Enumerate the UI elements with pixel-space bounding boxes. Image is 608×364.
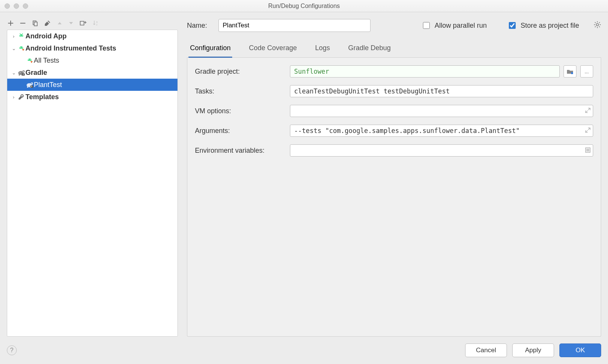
svg-line-28 <box>599 26 600 27</box>
vm-options-label: VM options: <box>195 107 290 115</box>
tasks-label: Tasks: <box>195 87 290 95</box>
tasks-value: cleanTestDebugUnitTest testDebugUnitTest <box>294 87 450 95</box>
configuration-form: Gradle project: Sunflower ... Tasks: cle… <box>187 58 601 337</box>
tree-item[interactable]: ›Templates <box>7 91 177 103</box>
android-icon <box>17 33 25 40</box>
store-as-project-checkbox[interactable]: Store as project file <box>507 21 579 30</box>
expand-icon[interactable] <box>585 128 591 134</box>
svg-point-15 <box>20 72 21 73</box>
svg-line-27 <box>595 22 596 23</box>
svg-point-8 <box>20 47 21 48</box>
android-test-icon <box>17 45 25 52</box>
tree-item[interactable]: All Tests <box>7 54 177 66</box>
list-icon[interactable] <box>585 147 591 154</box>
gear-icon[interactable] <box>594 21 601 30</box>
svg-point-4 <box>20 35 21 36</box>
svg-text:z: z <box>96 23 98 26</box>
tasks-input[interactable]: cleanTestDebugUnitTest testDebugUnitTest <box>290 85 593 97</box>
help-button[interactable]: ? <box>7 345 17 355</box>
chevron-down-icon[interactable]: ⌄ <box>10 70 17 76</box>
sort-alpha-button[interactable]: az <box>93 20 100 26</box>
tab-code-coverage[interactable]: Code Coverage <box>247 40 298 57</box>
svg-point-5 <box>22 35 23 36</box>
save-config-button[interactable] <box>80 20 87 26</box>
svg-point-9 <box>22 47 23 48</box>
arguments-label: Arguments: <box>195 127 290 135</box>
gradle-project-label: Gradle project: <box>195 68 290 76</box>
svg-line-6 <box>20 33 21 34</box>
window-title: Run/Debug Configurations <box>0 3 608 9</box>
chevron-right-icon[interactable]: › <box>10 94 17 100</box>
tree-item[interactable]: ⌄Gradle <box>7 66 177 79</box>
tree-item-label: Android App <box>25 32 66 40</box>
sidebar-toolbar: az <box>7 19 178 30</box>
tree-item-label: Android Instrumented Tests <box>25 44 116 52</box>
sidebar: az ›Android App⌄Android Instrumented Tes… <box>7 19 178 337</box>
titlebar: Run/Debug Configurations <box>0 0 608 12</box>
edit-templates-button[interactable] <box>44 20 51 27</box>
add-config-button[interactable] <box>8 20 14 26</box>
tab-gradle-debug[interactable]: Gradle Debug <box>347 40 392 57</box>
arguments-value: --tests "com.google.samples.apps.sunflow… <box>294 127 520 135</box>
tab-logs[interactable]: Logs <box>314 40 331 57</box>
cancel-button[interactable]: Cancel <box>465 343 507 357</box>
gradle-project-value: Sunflower <box>294 68 329 75</box>
svg-line-29 <box>595 26 596 27</box>
svg-point-10 <box>28 59 29 60</box>
tree-item-label: Templates <box>25 93 59 101</box>
name-input[interactable] <box>218 19 370 32</box>
tree-item-label: All Tests <box>34 57 59 65</box>
dialog-footer: ? Cancel Apply OK <box>0 337 608 364</box>
apply-button[interactable]: Apply <box>512 343 554 357</box>
svg-rect-1 <box>34 22 37 26</box>
main-panel: Name: Allow parallel run Store as projec… <box>187 19 601 337</box>
android-test-icon <box>25 57 34 64</box>
vm-options-input[interactable] <box>290 105 593 117</box>
allow-parallel-checkbox[interactable]: Allow parallel run <box>421 21 487 30</box>
tree-item[interactable]: PlantTest <box>7 79 177 91</box>
gradle-icon <box>25 82 34 88</box>
tab-configuration[interactable]: Configuration <box>188 40 232 58</box>
svg-point-18 <box>27 86 28 88</box>
copy-config-button[interactable] <box>32 20 38 26</box>
arguments-input[interactable]: --tests "com.google.samples.apps.sunflow… <box>290 125 593 137</box>
tree-item-label: PlantTest <box>34 81 62 89</box>
gradle-registered-project-button[interactable] <box>564 65 576 78</box>
chevron-down-icon[interactable]: ⌄ <box>10 46 17 51</box>
env-vars-label: Environment variables: <box>195 147 290 155</box>
allow-parallel-label: Allow parallel run <box>435 22 487 30</box>
svg-line-30 <box>599 22 600 23</box>
ok-button[interactable]: OK <box>559 343 601 357</box>
svg-point-13 <box>19 74 20 76</box>
gradle-icon <box>17 70 25 76</box>
wrench-icon <box>17 93 25 100</box>
gradle-browse-button[interactable]: ... <box>580 65 593 78</box>
svg-point-22 <box>596 24 598 26</box>
svg-rect-31 <box>571 72 573 74</box>
tree-item[interactable]: ›Android App <box>7 30 177 42</box>
name-label: Name: <box>187 22 207 30</box>
svg-point-20 <box>28 84 29 85</box>
store-as-project-label: Store as project file <box>521 22 579 30</box>
svg-text:a: a <box>96 21 98 23</box>
chevron-right-icon[interactable]: › <box>10 33 17 39</box>
move-down-button[interactable] <box>68 21 74 26</box>
config-tree[interactable]: ›Android App⌄Android Instrumented TestsA… <box>7 30 178 337</box>
tree-item[interactable]: ⌄Android Instrumented Tests <box>7 42 177 54</box>
remove-config-button[interactable] <box>20 20 26 26</box>
move-up-button[interactable] <box>57 21 62 26</box>
gradle-project-input[interactable]: Sunflower <box>290 65 560 78</box>
tree-item-label: Gradle <box>25 69 47 77</box>
expand-icon[interactable] <box>585 108 591 114</box>
env-vars-input[interactable] <box>290 144 593 157</box>
svg-point-11 <box>30 59 31 60</box>
tabs: ConfigurationCode CoverageLogsGradle Deb… <box>187 40 601 58</box>
svg-line-7 <box>22 33 23 34</box>
